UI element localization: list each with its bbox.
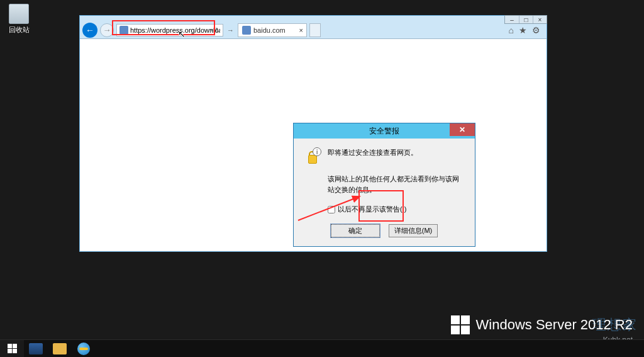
go-button[interactable]: → — [226, 26, 235, 34]
site-icon — [119, 26, 128, 35]
tab-label: baidu.com — [253, 26, 286, 34]
taskbar-file-explorer[interactable] — [48, 340, 72, 358]
gear-icon[interactable]: ⚙ — [532, 25, 540, 35]
checkbox-label: 以后不再显示该警告(I) — [338, 205, 406, 214]
ie-navbar: ← → ▾ ↻ → baidu.com × ⌂ ★ ⚙ — [80, 23, 547, 39]
start-icon — [8, 344, 17, 353]
taskbar-internet-explorer[interactable] — [72, 340, 96, 358]
lock-info-icon: i — [304, 147, 321, 166]
dialog-body: i 即将通过安全连接查看网页。 该网站上的其他任何人都无法看到你与该网站交换的信… — [294, 139, 475, 246]
forward-button[interactable]: → — [100, 23, 114, 37]
minimize-button[interactable]: – — [505, 16, 519, 23]
ie-titlebar[interactable]: – □ × — [80, 16, 547, 23]
taskbar — [0, 339, 644, 357]
tab-close-icon[interactable]: × — [299, 26, 303, 34]
os-name: Windows Server 2012 R2 — [476, 317, 633, 333]
new-tab-button[interactable] — [309, 23, 321, 37]
recycle-bin-label: 回收站 — [8, 25, 30, 35]
os-branding: Windows Server 2012 R2 — [451, 315, 633, 334]
start-button[interactable] — [0, 340, 24, 358]
home-icon[interactable]: ⌂ — [509, 25, 514, 35]
dialog-message-1: 即将通过安全连接查看网页。 — [328, 147, 418, 166]
favorites-icon[interactable]: ★ — [519, 25, 527, 35]
address-bar[interactable]: ▾ ↻ — [116, 24, 223, 37]
dialog-close-button[interactable]: ✕ — [450, 123, 475, 136]
checkbox-input[interactable] — [328, 206, 335, 213]
dialog-message-2: 该网站上的其他任何人都无法看到你与该网站交换的信息。 — [328, 174, 465, 195]
tab-favicon — [242, 26, 251, 35]
server-manager-icon — [29, 343, 43, 354]
browser-tab[interactable]: baidu.com × — [238, 23, 307, 37]
ie-icon — [77, 343, 90, 355]
more-info-button[interactable]: 详细信息(M) — [389, 224, 438, 237]
windows-logo-icon — [451, 315, 470, 334]
ie-toolbar-right: ⌂ ★ ⚙ — [509, 25, 544, 35]
close-button[interactable]: × — [533, 16, 547, 23]
address-dropdown-icon[interactable]: ▾ — [211, 27, 214, 33]
ok-button[interactable]: 确定 — [331, 224, 380, 237]
dont-show-again-checkbox[interactable]: 以后不再显示该警告(I) — [328, 205, 465, 214]
dialog-title: 安全警报 — [369, 126, 399, 137]
recycle-bin[interactable]: 回收站 — [8, 4, 30, 35]
taskbar-server-manager[interactable] — [24, 340, 48, 358]
back-button[interactable]: ← — [82, 23, 97, 38]
refresh-icon[interactable]: ↻ — [215, 26, 221, 35]
maximize-button[interactable]: □ — [519, 16, 533, 23]
dialog-titlebar[interactable]: 安全警报 ✕ — [294, 123, 475, 139]
security-alert-dialog: 安全警报 ✕ i 即将通过安全连接查看网页。 该网站上的其他任何人都无法看到你与… — [293, 123, 475, 247]
folder-icon — [53, 343, 67, 354]
window-controls: – □ × — [504, 15, 547, 24]
address-input[interactable] — [130, 26, 220, 34]
recycle-bin-icon — [9, 4, 29, 24]
